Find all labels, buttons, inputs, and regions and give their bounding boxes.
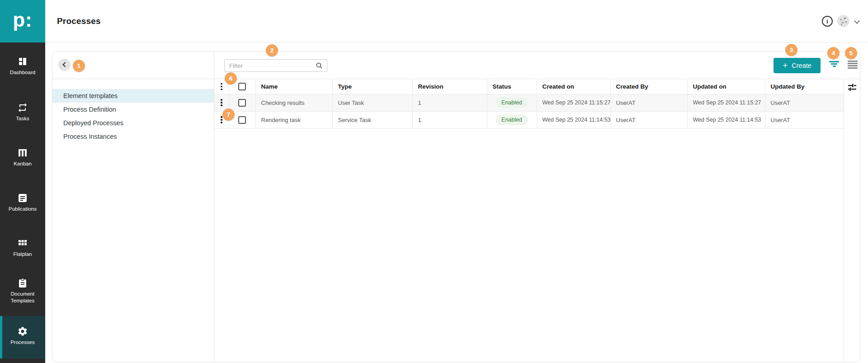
cell-updated-by: UserAT <box>765 94 844 111</box>
annotation-badge-2: 2 <box>266 44 278 57</box>
col-header-created-by[interactable]: Created By <box>610 79 687 94</box>
process-nav-panel: Element templates Process Definition Dep… <box>52 52 214 362</box>
filter-input-wrapper <box>224 59 327 72</box>
table-row: Checking results User Task 1 Enabled Wed… <box>214 94 844 111</box>
header-menu-button[interactable] <box>218 81 225 92</box>
cell-created-on: Wed Sep 25 2024 11:14:53 <box>537 111 610 128</box>
app-logo[interactable]: p: <box>0 0 45 42</box>
cell-updated-on: Wed Sep 25 2024 11:14:53 <box>687 111 765 128</box>
sidebar-item-label: Publications <box>0 206 45 212</box>
cell-name: Checking results <box>255 94 332 111</box>
create-button[interactable]: + Create <box>774 58 821 73</box>
panel-item-process-definition[interactable]: Process Definition <box>52 103 214 116</box>
row-menu-button[interactable] <box>218 97 225 108</box>
sidebar-item-label: Document Templates <box>0 291 45 304</box>
col-header-status[interactable]: Status <box>487 79 537 94</box>
sidebar-item-label: Kanban <box>0 160 45 167</box>
menu-lines-icon[interactable] <box>847 61 858 71</box>
content-card: Element templates Process Definition Dep… <box>52 51 860 362</box>
panel-item-element-templates[interactable]: Element templates <box>52 89 214 103</box>
info-icon[interactable]: i <box>822 16 833 27</box>
clipboard-icon <box>17 278 28 288</box>
app-root: p: Dashboard Tasks Kanban Publications <box>0 0 868 363</box>
sidebar-item-publications[interactable]: Publications <box>0 193 45 212</box>
process-table: Name Type Revision Status Created on Cre… <box>214 79 844 129</box>
search-icon[interactable] <box>315 61 323 70</box>
collapse-panel-button[interactable] <box>58 59 71 71</box>
sidebar-item-label: Tasks <box>0 115 45 122</box>
col-header-updated-by[interactable]: Updated By <box>765 79 844 94</box>
annotation-badge-7: 7 <box>222 108 235 121</box>
cell-type: User Task <box>332 94 412 111</box>
chevron-down-icon[interactable] <box>854 18 860 24</box>
col-header-updated-on[interactable]: Updated on <box>687 79 765 94</box>
annotation-badge-5: 5 <box>845 47 857 59</box>
column-settings-icon[interactable] <box>847 82 858 93</box>
chevron-left-icon <box>62 62 67 67</box>
panel-list: Element templates Process Definition Dep… <box>52 89 214 143</box>
table-row: Rendering task Service Task 1 Enabled We… <box>214 111 844 128</box>
status-badge: Enabled <box>495 114 528 125</box>
select-all-checkbox[interactable] <box>238 83 246 90</box>
status-badge: Enabled <box>495 97 528 108</box>
annotation-badge-6: 6 <box>225 72 237 85</box>
table-right-border <box>844 79 844 362</box>
cell-created-by: UserAT <box>610 111 687 128</box>
sidebar-item-dashboard[interactable]: Dashboard <box>0 56 45 76</box>
panel-item-deployed-processes[interactable]: Deployed Processes <box>52 116 214 130</box>
main-sidebar: p: Dashboard Tasks Kanban Publications <box>0 0 45 363</box>
plus-icon: + <box>783 61 788 70</box>
sidebar-item-label: Dashboard <box>0 69 45 76</box>
sidebar-item-tasks[interactable]: Tasks <box>0 102 45 122</box>
cell-updated-on: Wed Sep 25 2024 11:15:27 <box>687 94 765 111</box>
top-header: Processes i <box>45 0 868 42</box>
create-button-label: Create <box>792 62 811 69</box>
cell-type: Service Task <box>332 111 412 128</box>
sidebar-item-label: Flatplan <box>0 251 45 258</box>
sidebar-item-label: Processes <box>0 339 45 346</box>
filter-list-icon[interactable] <box>829 61 840 71</box>
sidebar-item-flatplan[interactable]: Flatplan <box>0 238 45 258</box>
page-title: Processes <box>57 0 101 42</box>
kanban-columns-icon <box>17 147 28 158</box>
cell-name: Rendering task <box>255 111 332 128</box>
table-header-row: Name Type Revision Status Created on Cre… <box>214 79 844 94</box>
cell-revision: 1 <box>412 94 487 111</box>
article-icon <box>17 193 28 203</box>
cell-revision: 1 <box>412 111 487 128</box>
cell-updated-by: UserAT <box>765 111 844 128</box>
panel-item-process-instances[interactable]: Process Instances <box>52 130 214 143</box>
row-checkbox[interactable] <box>238 116 246 124</box>
col-header-revision[interactable]: Revision <box>412 79 487 94</box>
col-header-created-on[interactable]: Created on <box>537 79 610 94</box>
dashboard-icon <box>17 56 28 67</box>
annotation-badge-3: 3 <box>785 44 797 56</box>
col-header-type[interactable]: Type <box>332 79 412 94</box>
sidebar-item-document-templates[interactable]: Document Templates <box>0 278 45 304</box>
row-checkbox[interactable] <box>238 99 246 107</box>
avatar[interactable] <box>837 15 849 27</box>
sidebar-item-processes[interactable]: Processes <box>0 316 45 358</box>
annotation-badge-4: 4 <box>827 47 840 59</box>
col-header-name[interactable]: Name <box>255 79 332 94</box>
settings-gear-icon <box>17 326 28 337</box>
grid-icon <box>17 238 28 249</box>
sidebar-item-kanban[interactable]: Kanban <box>0 147 45 167</box>
process-table-wrap: Name Type Revision Status Created on Cre… <box>214 79 844 129</box>
annotation-badge-1: 1 <box>73 60 85 72</box>
repeat-arrows-icon <box>17 102 28 113</box>
filter-input[interactable] <box>225 60 315 71</box>
cell-created-on: Wed Sep 25 2024 11:15:27 <box>537 94 610 111</box>
cell-created-by: UserAT <box>610 94 687 111</box>
